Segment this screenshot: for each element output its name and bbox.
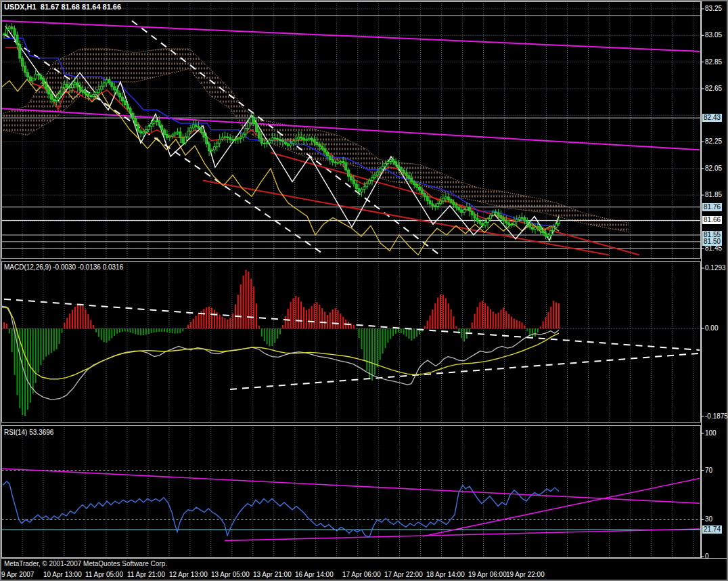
time-axis-label: 19 Apr 22:00 bbox=[506, 571, 545, 578]
time-axis-label: 11 Apr 21:00 bbox=[127, 571, 165, 578]
price-axis-label: 82.05 bbox=[705, 165, 722, 172]
price-axis-label: 82.25 bbox=[705, 137, 722, 145]
time-axis-label: 19 Apr 06:00 bbox=[468, 571, 507, 578]
rsi-panel[interactable] bbox=[1, 425, 701, 558]
price-axis-label: 0.1293 bbox=[705, 264, 726, 272]
price-axis-label: -0.1875 bbox=[705, 412, 728, 420]
time-axis-label: 10 Apr 13:00 bbox=[43, 571, 82, 578]
time-axis-label: 17 Apr 22:00 bbox=[384, 571, 423, 578]
main-chart-panel[interactable] bbox=[1, 1, 701, 259]
metatrader-chart-window: USDX,H1 81.67 81.68 81.64 81.66 MACD(12,… bbox=[0, 0, 728, 581]
price-axis-label: 83.05 bbox=[705, 31, 722, 39]
price-axis-badge: 81.66 bbox=[702, 216, 722, 224]
time-axis-label: 16 Apr 14:00 bbox=[295, 571, 334, 578]
price-axis-badge: 81.76 bbox=[702, 203, 722, 211]
price-axis-label: 81.85 bbox=[705, 191, 722, 198]
time-axis-label: 12 Apr 13:00 bbox=[169, 571, 208, 578]
price-axis-label: 82.65 bbox=[705, 85, 722, 92]
price-axis-label: 83.25 bbox=[705, 5, 722, 12]
price-axis-label: 0.00 bbox=[705, 324, 718, 332]
price-axis-label: 82.85 bbox=[705, 58, 722, 66]
price-axis-label: 70 bbox=[705, 467, 712, 474]
metatrader-watermark: MetaTrader, © 2001-2007 MetaQuotes Softw… bbox=[4, 560, 167, 567]
price-axis-badge: 82.43 bbox=[702, 114, 722, 122]
time-axis-label: 18 Apr 14:00 bbox=[426, 571, 465, 578]
time-axis-label: 13 Apr 21:00 bbox=[253, 571, 292, 578]
price-axis-label: 30 bbox=[705, 515, 712, 523]
time-axis-label: 9 Apr 2007 bbox=[1, 571, 34, 578]
macd-panel[interactable] bbox=[1, 261, 701, 423]
price-axis-badge: 21.74 bbox=[702, 525, 722, 534]
time-axis-label: 17 Apr 06:00 bbox=[342, 571, 381, 578]
price-axis-label: 0 bbox=[705, 553, 709, 560]
time-axis-label: 13 Apr 05:00 bbox=[211, 571, 250, 578]
price-axis-badge: 81.50 bbox=[702, 238, 722, 246]
price-axis-label: 100 bbox=[705, 429, 716, 437]
time-axis-label: 11 Apr 05:00 bbox=[85, 571, 123, 578]
